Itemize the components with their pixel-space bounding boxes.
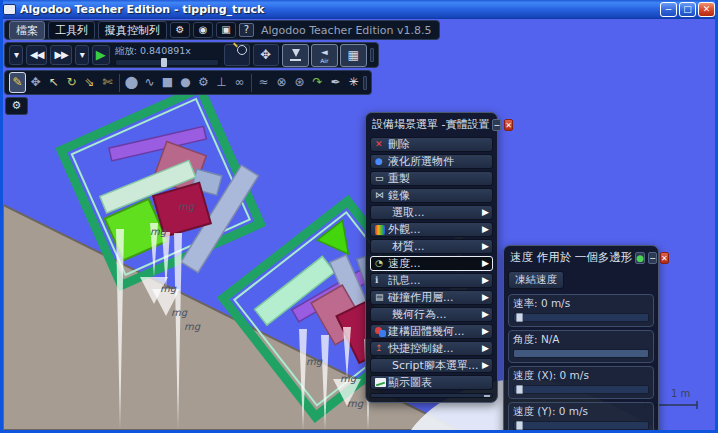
menu-item-show-plot[interactable]: 顯示圖表: [370, 375, 493, 390]
gravity-toggle[interactable]: [282, 44, 309, 67]
tool-options-button[interactable]: ⚙: [5, 97, 28, 115]
field-slider[interactable]: [513, 349, 649, 358]
submenu-arrow-icon: ▶: [482, 240, 489, 253]
axle-tool[interactable]: ⊛: [291, 72, 308, 93]
menu-item-label: 刪除: [388, 138, 410, 151]
help-button[interactable]: ?: [239, 23, 254, 37]
scale-arrow-icon: ⇘: [84, 75, 94, 89]
file-menu-button[interactable]: 檔案: [9, 21, 45, 40]
maximize-button[interactable]: □: [679, 2, 696, 17]
submenu-arrow-icon: ▶: [482, 342, 489, 355]
field-slider[interactable]: [513, 313, 649, 322]
screenshot-button[interactable]: ◉: [193, 22, 213, 38]
display-button[interactable]: ▣: [216, 22, 236, 38]
playback-toolbar: ▾◀◀▶▶▾▶ 縮放: 0.840891x ✥ ◄Air▦: [4, 42, 379, 68]
slider-thumb[interactable]: [516, 421, 523, 430]
rotate-tool[interactable]: ↻: [63, 72, 80, 93]
field-slider[interactable]: [513, 385, 649, 394]
velocity-panel-close-button[interactable]: ✕: [660, 252, 669, 264]
window-titlebar[interactable]: Algodoo Teacher Edition - tipping_truck …: [0, 0, 718, 19]
close-button[interactable]: ✕: [698, 2, 715, 17]
menu-item-geometry-actions[interactable]: 幾何行為...▶: [370, 307, 493, 322]
menu-item-controller-keys[interactable]: ↥快捷控制鍵...▶: [370, 341, 493, 356]
app-icon: [3, 4, 16, 15]
menu-item-clone[interactable]: ▭重製: [370, 171, 493, 186]
redo-history-dropdown[interactable]: ▾: [75, 45, 89, 65]
circle-icon: ●: [180, 75, 190, 89]
brush-tool[interactable]: ⬤: [123, 72, 140, 93]
menu-item-information[interactable]: ℹ訊息...▶: [370, 273, 493, 288]
menu-item-velocities[interactable]: ◔速度...▶: [370, 256, 493, 271]
undo-history-dropdown[interactable]: ▾: [9, 45, 23, 65]
grid-toggle[interactable]: ▦: [340, 44, 367, 67]
fixate-tool[interactable]: ⊗: [273, 72, 290, 93]
menu-item-material[interactable]: 材質...▶: [370, 239, 493, 254]
play-button[interactable]: ▶: [92, 45, 110, 65]
gravity-icon: [290, 49, 301, 61]
options-button[interactable]: ⚙: [170, 22, 190, 38]
field-label: 速度 (Y): 0 m/s: [513, 405, 649, 419]
tracer-tool[interactable]: ✳: [345, 72, 362, 93]
menu-bar: 檔案工具列擬真控制列 ⚙◉▣ ? Algodoo Teacher Edition…: [4, 20, 440, 40]
spring-tool[interactable]: ≈: [255, 72, 272, 93]
field-slider[interactable]: [513, 421, 649, 430]
zoom-slider[interactable]: [115, 59, 219, 66]
cursor-icon: ↖: [48, 75, 58, 89]
menu-item-script-menu[interactable]: Script腳本選單...▶: [370, 358, 493, 373]
force-label: mg: [306, 356, 323, 368]
undo-button[interactable]: ◀◀: [26, 45, 47, 65]
circle-tool[interactable]: ●: [177, 72, 194, 93]
menu-item-appearance[interactable]: 外觀...▶: [370, 222, 493, 237]
air-friction-toggle[interactable]: ◄Air: [311, 44, 338, 67]
knife-icon: ✄: [102, 75, 112, 89]
context-menu-close-button[interactable]: ✕: [504, 119, 513, 131]
motor-tool[interactable]: ↷: [309, 72, 326, 93]
square-icon: ■: [162, 75, 173, 89]
sim-control-menu-button[interactable]: 擬真控制列: [98, 21, 167, 40]
context-menu-panel: 設備場景選單 -實體設置 − ✕ ✕刪除●液化所選物件▭重製⋈鏡像選取...▶外…: [365, 112, 498, 403]
select-tool[interactable]: ↖: [45, 72, 62, 93]
menu-item-csg[interactable]: 建構固體幾何...▶: [370, 324, 493, 339]
menu-item-liquify[interactable]: ●液化所選物件: [370, 154, 493, 169]
toolbar-drag-handle[interactable]: [370, 48, 374, 62]
menu-item-mirror[interactable]: ⋈鏡像: [370, 188, 493, 203]
chain-tool[interactable]: ∞: [231, 72, 248, 93]
laser-tool[interactable]: ✒: [327, 72, 344, 93]
chart-icon: [375, 378, 386, 387]
speed-field: 速率: 0 m/s: [508, 294, 654, 327]
chevron-down-icon: ▾: [80, 49, 84, 60]
menu-item-collision-layers[interactable]: ▤碰撞作用層...▶: [370, 290, 493, 305]
velocity-panel-minimize-button[interactable]: −: [648, 252, 657, 264]
fast-forward-icon: ▶▶: [54, 49, 67, 60]
toolbars-menu-button[interactable]: 工具列: [48, 21, 95, 40]
eye-icon-button[interactable]: ●: [635, 252, 645, 264]
fixate-icon: ⊗: [276, 75, 286, 89]
play-icon: ▶: [96, 47, 106, 62]
scale-tool[interactable]: ⇘: [81, 72, 98, 93]
plane-tool[interactable]: ⊥: [213, 72, 230, 93]
drag-tool[interactable]: ✥: [27, 72, 44, 93]
freeze-velocity-button[interactable]: 凍結速度: [508, 271, 564, 289]
redo-button[interactable]: ▶▶: [50, 45, 71, 65]
csg-icon: [375, 327, 386, 337]
toolbar-drag-handle[interactable]: [363, 76, 367, 90]
pan-view-button[interactable]: ✥: [253, 44, 279, 66]
gear-tool[interactable]: ⚙: [195, 72, 212, 93]
menu-item-select[interactable]: 選取...▶: [370, 205, 493, 220]
cut-tool[interactable]: ✄: [99, 72, 116, 93]
speedometer-icon: ◔: [375, 257, 388, 270]
menu-resize-bar[interactable]: [370, 393, 493, 398]
menu-item-delete[interactable]: ✕刪除: [370, 137, 493, 152]
slider-thumb[interactable]: [516, 385, 523, 394]
slider-thumb[interactable]: [516, 313, 523, 322]
box-tool[interactable]: ■: [159, 72, 176, 93]
zoom-fit-button[interactable]: [224, 44, 250, 66]
sketch-tool[interactable]: ✎: [9, 72, 26, 93]
window-title: Algodoo Teacher Edition - tipping_truck: [20, 3, 660, 16]
zoom-slider-thumb[interactable]: [161, 58, 167, 67]
pencil-icon: ✎: [12, 75, 22, 89]
angle-field: 角度: N/A: [508, 330, 654, 363]
minimize-button[interactable]: −: [660, 2, 677, 17]
chain-shape-tool[interactable]: ∿: [141, 72, 158, 93]
context-menu-minimize-button[interactable]: −: [492, 119, 501, 131]
